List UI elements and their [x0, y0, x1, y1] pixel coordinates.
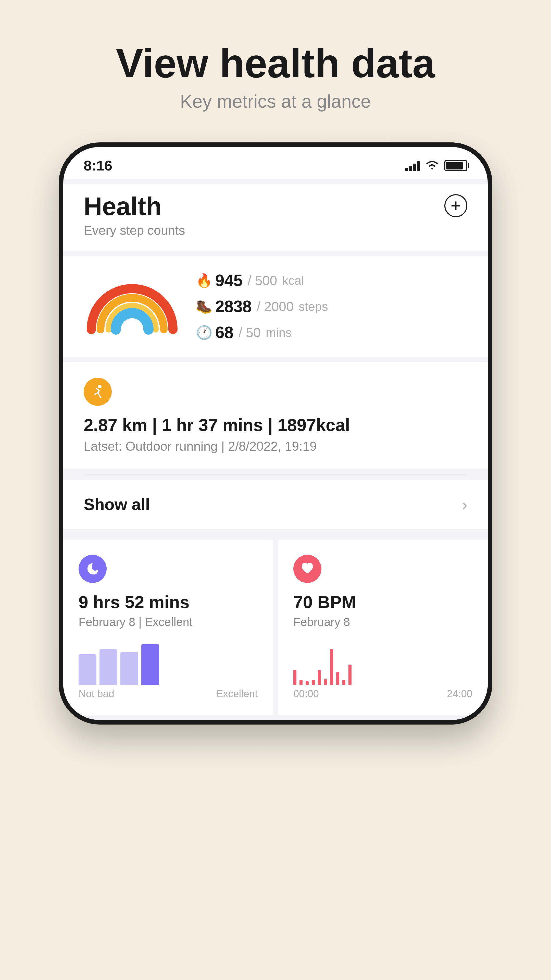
- rainbow-container: [84, 278, 181, 334]
- minutes-value: 68: [215, 323, 233, 342]
- clock-icon: 🕐: [196, 325, 210, 340]
- calories-value: 945: [215, 271, 243, 290]
- sleep-detail: February 8 | Excellent: [79, 615, 258, 629]
- workout-icon-circle: [84, 378, 112, 406]
- activity-stats: 🔥 945 / 500 kcal 🥾 2838 / 2000 steps 🕐 6…: [196, 271, 467, 342]
- workout-detail: Latset: Outdoor running | 2/8/2022, 19:1…: [84, 439, 467, 454]
- battery-icon: [445, 160, 467, 171]
- content-wrapper: Health Every step counts +: [63, 184, 488, 720]
- steps-unit: steps: [299, 300, 328, 313]
- status-bar: 8:16: [63, 147, 488, 179]
- shoe-icon: 🥾: [196, 299, 210, 314]
- signal-icon: [405, 160, 420, 171]
- wifi-icon: [425, 158, 439, 173]
- sleep-labels: Not bad Excellent: [79, 688, 258, 700]
- heart-icon-circle: [293, 555, 321, 583]
- phone-frame: 8:16 Health: [59, 142, 492, 724]
- minutes-unit: mins: [266, 326, 292, 340]
- heart-rate-chart: [293, 639, 472, 685]
- sleep-card: 9 hrs 52 mins February 8 | Excellent Not…: [63, 539, 273, 715]
- minutes-row: 🕐 68 / 50 mins: [196, 323, 467, 342]
- sleep-chart: [79, 639, 258, 685]
- steps-row: 🥾 2838 / 2000 steps: [196, 297, 467, 316]
- calories-row: 🔥 945 / 500 kcal: [196, 271, 467, 290]
- metrics-grid: 9 hrs 52 mins February 8 | Excellent Not…: [63, 535, 488, 720]
- status-time: 8:16: [84, 157, 112, 174]
- app-subtitle: Every step counts: [84, 223, 185, 238]
- calories-unit: kcal: [282, 274, 304, 288]
- page-heading: View health data Key metrics at a glance: [116, 41, 435, 112]
- heart-rate-detail: February 8: [293, 615, 472, 629]
- heart-rate-card: 70 BPM February 8 00:00 24:00: [278, 539, 488, 715]
- add-button[interactable]: +: [445, 194, 467, 217]
- sleep-label-right: Excellent: [216, 688, 258, 700]
- workout-main: 2.87 km | 1 hr 37 mins | 1897kcal: [84, 415, 467, 435]
- chevron-right-icon: ›: [462, 496, 467, 514]
- heart-label-left: 00:00: [293, 688, 319, 700]
- minutes-goal: / 50: [238, 325, 261, 340]
- heart-label-right: 24:00: [447, 688, 472, 700]
- heart-rate-value: 70 BPM: [293, 592, 472, 612]
- fire-icon: 🔥: [196, 273, 210, 288]
- app-title: Health: [84, 192, 185, 221]
- workout-card: 2.87 km | 1 hr 37 mins | 1897kcal Latset…: [63, 363, 488, 469]
- app-header: Health Every step counts +: [63, 184, 488, 251]
- show-all-row[interactable]: Show all ›: [63, 480, 488, 529]
- show-all-text: Show all: [84, 495, 150, 514]
- sleep-label-left: Not bad: [79, 688, 114, 700]
- svg-point-0: [98, 385, 102, 388]
- calories-goal: / 500: [248, 273, 277, 288]
- steps-value: 2838: [215, 297, 251, 316]
- page-subtitle: Key metrics at a glance: [116, 91, 435, 112]
- steps-goal: / 2000: [257, 299, 294, 314]
- status-icons: [405, 158, 467, 173]
- sleep-value: 9 hrs 52 mins: [79, 592, 258, 612]
- activity-card: 🔥 945 / 500 kcal 🥾 2838 / 2000 steps 🕐 6…: [63, 256, 488, 357]
- section-separator: [84, 474, 467, 475]
- sleep-icon-circle: [79, 555, 106, 583]
- app-title-group: Health Every step counts: [84, 192, 185, 238]
- page-title: View health data: [116, 41, 435, 86]
- heart-chart-labels: 00:00 24:00: [293, 688, 472, 700]
